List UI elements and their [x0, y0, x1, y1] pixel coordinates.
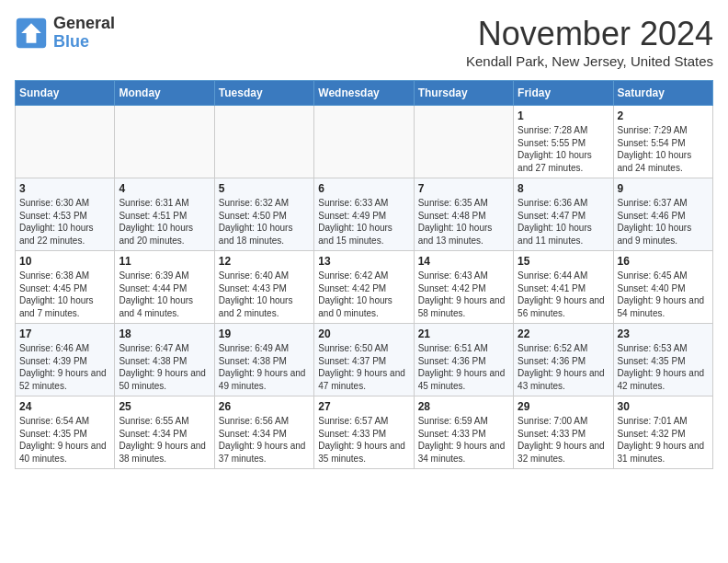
day-number: 12 — [219, 255, 310, 268]
calendar-cell: 6Sunrise: 6:33 AM Sunset: 4:49 PM Daylig… — [314, 178, 414, 251]
calendar-cell: 17Sunrise: 6:46 AM Sunset: 4:39 PM Dayli… — [16, 324, 115, 396]
day-number: 17 — [19, 327, 110, 340]
day-info: Sunrise: 6:43 AM Sunset: 4:42 PM Dayligh… — [418, 270, 509, 319]
day-info: Sunrise: 6:59 AM Sunset: 4:33 PM Dayligh… — [418, 415, 509, 465]
calendar-cell: 24Sunrise: 6:54 AM Sunset: 4:35 PM Dayli… — [16, 396, 115, 469]
calendar-cell: 16Sunrise: 6:45 AM Sunset: 4:40 PM Dayli… — [613, 251, 712, 324]
day-number: 20 — [318, 327, 409, 340]
weekday-header-wednesday: Wednesday — [314, 81, 414, 106]
calendar-cell: 2Sunrise: 7:29 AM Sunset: 5:54 PM Daylig… — [613, 106, 712, 178]
day-number: 16 — [618, 255, 709, 268]
calendar-cell: 3Sunrise: 6:30 AM Sunset: 4:53 PM Daylig… — [16, 178, 115, 251]
day-info: Sunrise: 6:36 AM Sunset: 4:47 PM Dayligh… — [518, 197, 609, 247]
calendar-cell: 15Sunrise: 6:44 AM Sunset: 4:41 PM Dayli… — [514, 251, 613, 324]
day-info: Sunrise: 6:30 AM Sunset: 4:53 PM Dayligh… — [19, 197, 110, 247]
day-number: 1 — [518, 109, 609, 122]
title-block: November 2024 Kendall Park, New Jersey, … — [466, 15, 713, 69]
day-number: 10 — [19, 255, 110, 268]
day-info: Sunrise: 6:37 AM Sunset: 4:46 PM Dayligh… — [618, 197, 709, 247]
calendar-cell: 25Sunrise: 6:55 AM Sunset: 4:34 PM Dayli… — [115, 396, 214, 469]
day-number: 25 — [119, 400, 210, 413]
calendar-week-row: 1Sunrise: 7:28 AM Sunset: 5:55 PM Daylig… — [16, 106, 713, 178]
calendar-cell: 14Sunrise: 6:43 AM Sunset: 4:42 PM Dayli… — [414, 251, 513, 324]
month-title: November 2024 — [466, 15, 713, 53]
day-info: Sunrise: 6:44 AM Sunset: 4:41 PM Dayligh… — [518, 270, 609, 319]
day-info: Sunrise: 7:00 AM Sunset: 4:33 PM Dayligh… — [518, 415, 609, 465]
day-number: 23 — [618, 327, 709, 340]
day-info: Sunrise: 6:47 AM Sunset: 4:38 PM Dayligh… — [119, 342, 210, 392]
day-info: Sunrise: 6:45 AM Sunset: 4:40 PM Dayligh… — [618, 270, 709, 319]
weekday-header-monday: Monday — [115, 81, 214, 106]
day-number: 13 — [318, 255, 409, 268]
day-info: Sunrise: 6:40 AM Sunset: 4:43 PM Dayligh… — [219, 270, 310, 319]
day-number: 28 — [418, 400, 509, 413]
day-number: 30 — [618, 400, 709, 413]
calendar-cell: 23Sunrise: 6:53 AM Sunset: 4:35 PM Dayli… — [613, 324, 712, 396]
day-info: Sunrise: 7:01 AM Sunset: 4:32 PM Dayligh… — [618, 415, 709, 465]
day-info: Sunrise: 6:52 AM Sunset: 4:36 PM Dayligh… — [518, 342, 609, 392]
day-number: 4 — [119, 182, 210, 195]
calendar-week-row: 17Sunrise: 6:46 AM Sunset: 4:39 PM Dayli… — [16, 324, 713, 396]
day-info: Sunrise: 6:42 AM Sunset: 4:42 PM Dayligh… — [318, 270, 409, 319]
day-info: Sunrise: 6:55 AM Sunset: 4:34 PM Dayligh… — [119, 415, 210, 465]
calendar-cell: 8Sunrise: 6:36 AM Sunset: 4:47 PM Daylig… — [514, 178, 613, 251]
location-title: Kendall Park, New Jersey, United States — [466, 53, 713, 69]
day-number: 27 — [318, 400, 409, 413]
calendar-cell: 18Sunrise: 6:47 AM Sunset: 4:38 PM Dayli… — [115, 324, 214, 396]
calendar-cell — [16, 106, 115, 178]
calendar-cell — [115, 106, 214, 178]
day-number: 21 — [418, 327, 509, 340]
calendar-header-row: SundayMondayTuesdayWednesdayThursdayFrid… — [16, 81, 713, 106]
day-number: 19 — [219, 327, 310, 340]
calendar-cell: 9Sunrise: 6:37 AM Sunset: 4:46 PM Daylig… — [613, 178, 712, 251]
day-number: 11 — [119, 255, 210, 268]
calendar-cell: 5Sunrise: 6:32 AM Sunset: 4:50 PM Daylig… — [214, 178, 313, 251]
day-number: 3 — [19, 182, 110, 195]
day-number: 2 — [618, 109, 709, 122]
day-number: 24 — [19, 400, 110, 413]
day-info: Sunrise: 7:29 AM Sunset: 5:54 PM Dayligh… — [618, 124, 709, 174]
calendar-cell: 27Sunrise: 6:57 AM Sunset: 4:33 PM Dayli… — [314, 396, 414, 469]
calendar-cell: 19Sunrise: 6:49 AM Sunset: 4:38 PM Dayli… — [214, 324, 313, 396]
day-number: 9 — [618, 182, 709, 195]
day-number: 14 — [418, 255, 509, 268]
day-info: Sunrise: 6:56 AM Sunset: 4:34 PM Dayligh… — [219, 415, 310, 465]
day-info: Sunrise: 6:49 AM Sunset: 4:38 PM Dayligh… — [219, 342, 310, 392]
calendar-week-row: 24Sunrise: 6:54 AM Sunset: 4:35 PM Dayli… — [16, 396, 713, 469]
calendar-cell: 26Sunrise: 6:56 AM Sunset: 4:34 PM Dayli… — [214, 396, 313, 469]
day-info: Sunrise: 6:35 AM Sunset: 4:48 PM Dayligh… — [418, 197, 509, 247]
day-info: Sunrise: 6:31 AM Sunset: 4:51 PM Dayligh… — [119, 197, 210, 247]
day-info: Sunrise: 6:54 AM Sunset: 4:35 PM Dayligh… — [19, 415, 110, 465]
calendar-week-row: 10Sunrise: 6:38 AM Sunset: 4:45 PM Dayli… — [16, 251, 713, 324]
logo-text: General Blue — [53, 15, 115, 52]
calendar-cell: 20Sunrise: 6:50 AM Sunset: 4:37 PM Dayli… — [314, 324, 414, 396]
calendar-table: SundayMondayTuesdayWednesdayThursdayFrid… — [15, 80, 713, 469]
weekday-header-thursday: Thursday — [414, 81, 513, 106]
logo: General Blue — [15, 15, 115, 52]
calendar-cell: 12Sunrise: 6:40 AM Sunset: 4:43 PM Dayli… — [214, 251, 313, 324]
page-header: General Blue November 2024 Kendall Park,… — [15, 15, 713, 69]
day-info: Sunrise: 6:51 AM Sunset: 4:36 PM Dayligh… — [418, 342, 509, 392]
calendar-cell: 1Sunrise: 7:28 AM Sunset: 5:55 PM Daylig… — [514, 106, 613, 178]
weekday-header-sunday: Sunday — [16, 81, 115, 106]
day-info: Sunrise: 6:38 AM Sunset: 4:45 PM Dayligh… — [19, 270, 110, 319]
calendar-cell — [314, 106, 414, 178]
day-number: 5 — [219, 182, 310, 195]
day-info: Sunrise: 7:28 AM Sunset: 5:55 PM Dayligh… — [518, 124, 609, 174]
day-info: Sunrise: 6:53 AM Sunset: 4:35 PM Dayligh… — [618, 342, 709, 392]
day-info: Sunrise: 6:39 AM Sunset: 4:44 PM Dayligh… — [119, 270, 210, 319]
day-info: Sunrise: 6:46 AM Sunset: 4:39 PM Dayligh… — [19, 342, 110, 392]
logo-icon — [15, 17, 48, 50]
calendar-cell: 21Sunrise: 6:51 AM Sunset: 4:36 PM Dayli… — [414, 324, 513, 396]
calendar-cell — [414, 106, 513, 178]
calendar-cell: 29Sunrise: 7:00 AM Sunset: 4:33 PM Dayli… — [514, 396, 613, 469]
weekday-header-tuesday: Tuesday — [214, 81, 313, 106]
day-number: 7 — [418, 182, 509, 195]
weekday-header-saturday: Saturday — [613, 81, 712, 106]
day-number: 26 — [219, 400, 310, 413]
day-number: 15 — [518, 255, 609, 268]
day-info: Sunrise: 6:57 AM Sunset: 4:33 PM Dayligh… — [318, 415, 409, 465]
calendar-cell: 10Sunrise: 6:38 AM Sunset: 4:45 PM Dayli… — [16, 251, 115, 324]
day-number: 8 — [518, 182, 609, 195]
calendar-week-row: 3Sunrise: 6:30 AM Sunset: 4:53 PM Daylig… — [16, 178, 713, 251]
